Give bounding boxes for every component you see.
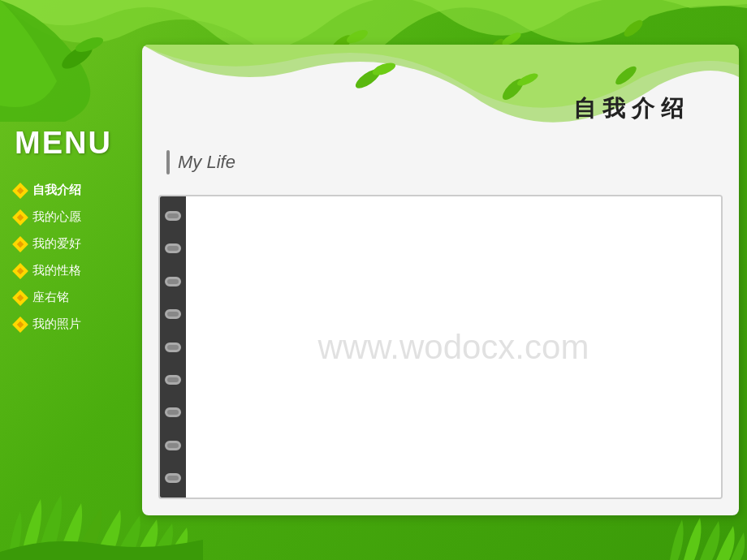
- ring-9: [165, 473, 181, 483]
- ring-3: [165, 277, 181, 286]
- main-content-panel: 自我介绍 My Life www.wodocx.com: [142, 45, 739, 515]
- menu-icon-4: [12, 290, 28, 306]
- ring-8: [165, 441, 181, 450]
- ring-4: [165, 309, 181, 319]
- ring-5: [165, 342, 181, 352]
- sidebar-item-label-1: 我的心愿: [32, 209, 81, 225]
- my-life-heading: My Life: [166, 150, 235, 174]
- sidebar: MENU 自我介绍 我的心愿 我的爱好 我的性格 座右铭 我的照片: [0, 0, 142, 560]
- ring-1: [165, 211, 181, 221]
- menu-icon-2: [12, 236, 28, 252]
- menu-icon-5: [12, 317, 28, 333]
- section-bar: [166, 150, 170, 174]
- sidebar-item-wish[interactable]: 我的心愿: [0, 204, 142, 230]
- sidebar-item-label-3: 我的性格: [32, 263, 81, 278]
- page-title-area: 自我介绍: [573, 93, 690, 124]
- ring-6: [165, 375, 181, 385]
- notebook-spine: [160, 196, 186, 498]
- sidebar-item-hobby[interactable]: 我的爱好: [0, 230, 142, 257]
- ring-2: [165, 243, 181, 253]
- notebook-area: www.wodocx.com: [158, 195, 723, 499]
- sidebar-item-label-4: 座右铭: [32, 290, 69, 305]
- page-title: 自我介绍: [573, 96, 690, 121]
- section-title: My Life: [178, 152, 235, 173]
- sidebar-item-motto[interactable]: 座右铭: [0, 284, 142, 311]
- sidebar-item-label-0: 自我介绍: [32, 183, 81, 198]
- menu-icon-3: [12, 263, 28, 279]
- sidebar-item-label-2: 我的爱好: [32, 236, 81, 252]
- sidebar-item-label-5: 我的照片: [32, 317, 81, 332]
- menu-icon-1: [12, 209, 28, 226]
- notebook-page: www.wodocx.com: [186, 196, 721, 498]
- sidebar-item-self-intro[interactable]: 自我介绍: [0, 177, 142, 204]
- menu-title: MENU: [0, 118, 142, 177]
- sidebar-item-personality[interactable]: 我的性格: [0, 257, 142, 284]
- menu-icon-0: [12, 183, 28, 199]
- watermark-text: www.wodocx.com: [318, 328, 589, 367]
- sidebar-item-photo[interactable]: 我的照片: [0, 311, 142, 338]
- ring-7: [165, 407, 181, 417]
